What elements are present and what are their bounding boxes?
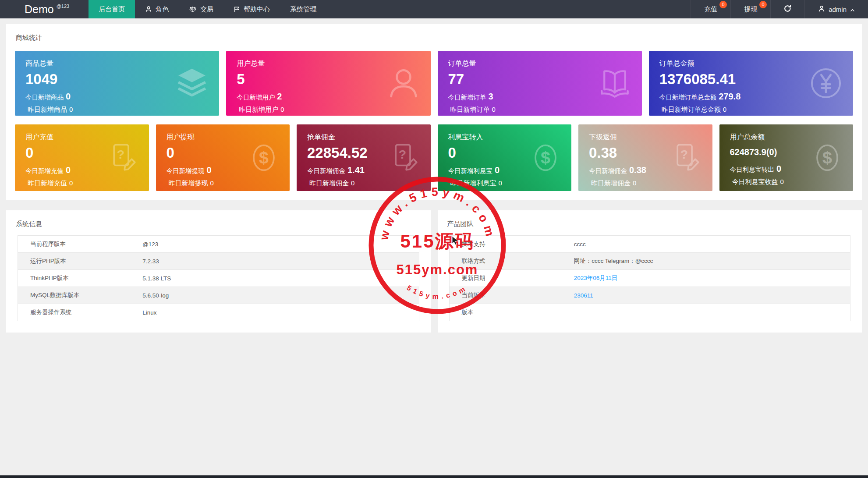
table-row: 当前程序版本@123: [18, 236, 419, 253]
row-label: 当前版本: [449, 287, 570, 304]
dollar-icon: $: [812, 142, 843, 173]
stat-card-yesterday-line: 昨日新增提现0: [167, 179, 280, 188]
yen-icon: [809, 67, 843, 100]
stat-card-yesterday-line: 昨日新增用户0: [237, 106, 420, 114]
row-label: 联络方式: [449, 253, 570, 270]
stat-card-title: 利息宝转入: [448, 133, 561, 142]
bottom-edge-strip: [0, 475, 868, 478]
app-logo: Demo @123: [0, 0, 89, 18]
table-row: 联络方式网址：cccc Telegram：@cccc: [449, 253, 850, 270]
row-label: 服务器操作系统: [18, 304, 138, 321]
table-row: 更新日期2023年06月11日: [449, 270, 850, 287]
refresh-button[interactable]: [770, 0, 804, 18]
stat-card-title: 用户总余额: [730, 133, 843, 142]
svg-text:$: $: [541, 148, 550, 167]
stats-cards-row1: 商品总量1049今日新增商品0昨日新增商品0用户总量5今日新增用户2昨日新增用户…: [6, 42, 862, 124]
page-content: 商城统计 商品总量1049今日新增商品0昨日新增商品0用户总量5今日新增用户2昨…: [0, 24, 868, 333]
nav-item-label: 后台首页: [99, 5, 125, 14]
table-row: MySQL数据库版本5.6.50-log: [18, 287, 419, 304]
svg-text:?: ?: [398, 147, 406, 161]
table-row: 技术支持cccc: [449, 236, 850, 253]
stat-card-title: 下级返佣: [589, 133, 702, 142]
stat-card: 商品总量1049今日新增商品0昨日新增商品0: [15, 51, 219, 116]
person-large-icon: [387, 67, 420, 100]
flag-icon: [234, 6, 240, 13]
nav-item-label: 系统管理: [290, 5, 316, 14]
nav-item-label: 角色: [156, 5, 169, 14]
stat-card-yesterday-line: 昨日新增订单总金额0: [659, 106, 843, 114]
nav-item-2[interactable]: 角色: [135, 0, 179, 18]
stat-card-title: 用户提现: [167, 133, 280, 142]
team-table: 技术支持cccc联络方式网址：cccc Telegram：@cccc更新日期20…: [449, 235, 851, 321]
table-row: 当前版本230611: [449, 287, 850, 304]
scales-icon: [189, 6, 197, 13]
row-value-link[interactable]: 230611: [570, 287, 850, 304]
row-value: 网址：cccc Telegram：@cccc: [570, 253, 850, 270]
table-row: 服务器操作系统Linux: [18, 304, 419, 321]
stat-card-yesterday-line: 昨日新增充值0: [25, 179, 138, 188]
system-info-panel: 系统信息 当前程序版本@123运行PHP版本7.2.33ThinkPHP版本5.…: [6, 210, 431, 333]
user-menu[interactable]: admin: [804, 0, 868, 18]
stats-section-title: 商城统计: [6, 24, 862, 42]
stat-card: 用户充值0今日新增充值0昨日新增充值0?: [15, 124, 149, 191]
stat-card: 用户总余额624873.9(0)今日利息宝转出0今日利息宝收益0$: [719, 124, 854, 191]
stat-card: 用户总量5今日新增用户2昨日新增用户0: [226, 51, 430, 116]
nav-item-4[interactable]: 帮助中心: [223, 0, 280, 18]
row-value: 5.6.50-log: [138, 287, 419, 304]
row-label: MySQL数据库版本: [18, 287, 138, 304]
row-label: 运行PHP版本: [18, 253, 138, 270]
stat-card-yesterday-line: 昨日新增商品0: [25, 106, 209, 114]
row-value: 7.2.33: [138, 253, 419, 270]
row-value: Linux: [138, 304, 419, 321]
table-row: ThinkPHP版本5.1.38 LTS: [18, 270, 419, 287]
row-label: 版本: [449, 304, 570, 321]
stat-card: 订单总金额1376085.41今日新增订单总金额279.8昨日新增订单总金额0: [649, 51, 853, 116]
logo-text: Demo: [25, 3, 54, 16]
stat-card-title: 用户充值: [25, 133, 138, 142]
stats-panel: 商城统计 商品总量1049今日新增商品0昨日新增商品0用户总量5今日新增用户2昨…: [6, 24, 862, 200]
stat-card: 利息宝转入0今日新增利息宝0昨日新增利息宝0$: [438, 124, 572, 191]
book-icon: [598, 67, 631, 100]
user-name: admin: [829, 6, 847, 13]
row-value-link[interactable]: 2023年06月11日: [570, 270, 850, 287]
user-icon: [818, 5, 825, 14]
logo-version: @123: [57, 4, 70, 9]
recharge-button[interactable]: 充值0: [691, 0, 730, 18]
system-info-title: 系统信息: [6, 210, 431, 228]
team-title: 产品团队: [438, 210, 862, 228]
recharge-badge: 0: [719, 1, 727, 8]
team-panel: 产品团队 技术支持cccc联络方式网址：cccc Telegram：@cccc更…: [438, 210, 862, 333]
nav-item-5[interactable]: 系统管理: [280, 0, 326, 18]
row-value: [570, 304, 850, 321]
svg-text:?: ?: [680, 147, 687, 161]
navbar-right: 充值0提现0admin: [691, 0, 868, 18]
bottom-panels: 系统信息 当前程序版本@123运行PHP版本7.2.33ThinkPHP版本5.…: [6, 210, 862, 333]
doc-question-icon: ?: [108, 142, 138, 173]
withdraw-button[interactable]: 提现0: [730, 0, 770, 18]
doc-question-icon: ?: [671, 142, 702, 173]
stat-card: 下级返佣0.38今日新增佣金0.38昨日新增佣金0?: [578, 124, 712, 191]
stat-card-yesterday-line: 昨日新增订单0: [448, 106, 631, 114]
withdraw-label: 提现: [744, 5, 757, 14]
main-menu: 后台首页角色交易帮助中心系统管理: [89, 0, 326, 18]
stat-card-title: 抢单佣金: [307, 133, 420, 142]
doc-question-icon: ?: [390, 142, 420, 173]
stats-cards-row2: 用户充值0今日新增充值0昨日新增充值0?用户提现0今日新增提现0昨日新增提现0$…: [6, 124, 862, 200]
svg-text:$: $: [822, 148, 832, 167]
row-label: 技术支持: [449, 236, 570, 253]
stat-card: 抢单佣金22854.52今日新增佣金1.41昨日新增佣金0?: [297, 124, 431, 191]
top-navbar: Demo @123 后台首页角色交易帮助中心系统管理 充值0提现0admin: [0, 0, 868, 18]
row-label: 当前程序版本: [18, 236, 138, 253]
layers-icon: [175, 67, 209, 100]
stat-card-yesterday-line: 昨日新增利息宝0: [448, 179, 561, 188]
nav-item-3[interactable]: 交易: [179, 0, 223, 18]
row-value: 5.1.38 LTS: [138, 270, 419, 287]
stat-card: 订单总量77今日新增订单3昨日新增订单0: [438, 51, 642, 116]
nav-item-1[interactable]: 后台首页: [89, 0, 135, 18]
row-label: 更新日期: [449, 270, 570, 287]
dollar-icon: $: [530, 142, 561, 173]
recharge-label: 充值: [704, 5, 717, 14]
withdraw-badge: 0: [759, 1, 767, 8]
nav-item-label: 帮助中心: [244, 5, 270, 14]
chevron-up-icon: [850, 6, 855, 13]
